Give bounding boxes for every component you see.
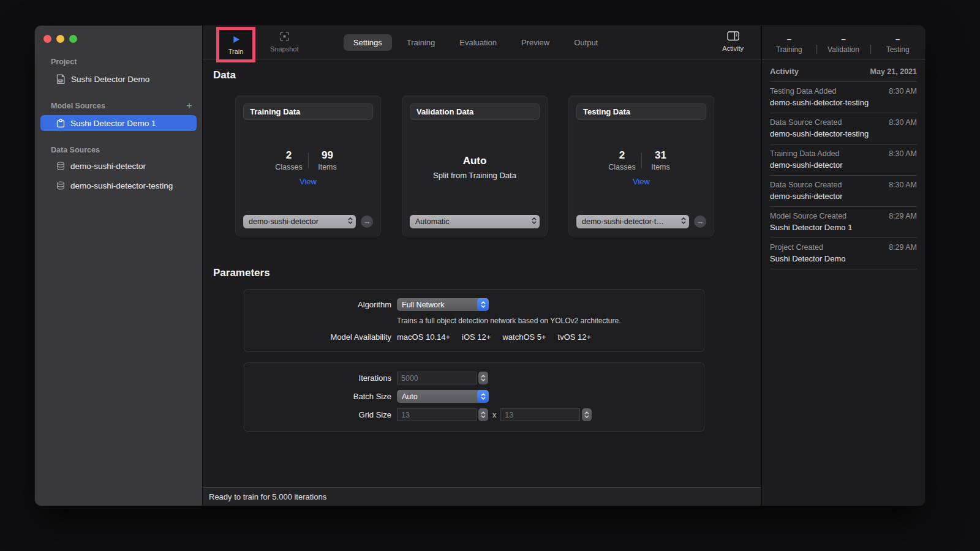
tab-training[interactable]: Training: [397, 34, 445, 51]
sidebar-item-data-source[interactable]: demo-sushi-detector-testing: [40, 178, 197, 193]
updown-chevrons-icon: [477, 298, 489, 311]
status-bar: Ready to train for 5.000 iterations: [203, 487, 761, 506]
testing-items-value: 31: [647, 149, 675, 162]
viewfinder-icon: [279, 31, 290, 43]
batch-size-label: Batch Size: [244, 392, 391, 401]
training-parameters-box: Iterations 5000 Batch Size Auto: [244, 362, 704, 432]
testing-view-link[interactable]: View: [633, 177, 650, 186]
validation-auto-caption: Split from Training Data: [433, 171, 516, 180]
validation-result-column: – Validation: [816, 26, 871, 59]
train-button[interactable]: Train: [228, 35, 244, 55]
training-view-link[interactable]: View: [300, 177, 317, 186]
panel-icon: [727, 31, 739, 43]
testing-result-value: –: [895, 34, 900, 43]
database-icon: [56, 162, 65, 170]
data-sources-label: Data Sources: [51, 146, 100, 154]
testing-result-label: Testing: [886, 45, 910, 54]
availability-platform: tvOS 12+: [558, 332, 592, 342]
tab-output[interactable]: Output: [564, 34, 608, 51]
algorithm-dropdown[interactable]: Full Network: [397, 298, 489, 311]
activity-button-label: Activity: [722, 45, 744, 52]
algorithm-description: Trains a full object detection network b…: [397, 317, 621, 325]
tab-preview[interactable]: Preview: [511, 34, 559, 51]
updown-chevrons-icon: [681, 217, 686, 227]
activity-panel: – Training – Validation – Testing Activi…: [761, 26, 925, 506]
sidebar-item-project[interactable]: ML Sushi Detector Demo: [40, 71, 197, 87]
add-model-source-button[interactable]: +: [186, 102, 192, 110]
grid-width-stepper[interactable]: [478, 408, 488, 421]
parameters-section-heading: Parameters: [213, 267, 745, 279]
activity-item[interactable]: Project Created 8:29 AM Sushi Detector D…: [770, 238, 917, 269]
results-summary-header: – Training – Validation – Testing: [762, 26, 925, 59]
grid-width-field[interactable]: 13: [397, 408, 477, 421]
algorithm-label: Algorithm: [244, 300, 391, 309]
grid-height-field[interactable]: 13: [500, 408, 580, 421]
snapshot-button-label: Snapshot: [270, 45, 298, 53]
model-sources-label: Model Sources: [51, 102, 105, 110]
testing-items-label: Items: [647, 163, 675, 171]
testing-data-card: Testing Data 2 Classes 31 Items: [568, 96, 714, 236]
createml-window: Project ML Sushi Detector Demo Model Sou…: [35, 26, 925, 506]
iterations-label: Iterations: [244, 373, 391, 383]
close-window-button[interactable]: [43, 35, 51, 43]
tab-evaluation[interactable]: Evaluation: [450, 34, 507, 51]
training-result-value: –: [787, 34, 791, 43]
open-training-source-button[interactable]: →: [361, 216, 373, 228]
testing-classes-label: Classes: [608, 163, 636, 171]
training-source-dropdown[interactable]: demo-sushi-detector: [243, 215, 356, 228]
testing-source-dropdown[interactable]: demo-sushi-detector-t…: [576, 215, 689, 228]
training-items-label: Items: [314, 163, 342, 171]
zoom-window-button[interactable]: [69, 35, 77, 43]
data-cards: Training Data 2 Classes 99 Items: [235, 96, 745, 236]
model-sources-section: Model Sources + Sushi Detector Demo 1: [35, 102, 202, 131]
testing-result-column: – Testing: [870, 26, 925, 59]
train-button-highlight-annotation: Train: [216, 27, 255, 62]
grid-size-label: Grid Size: [244, 410, 391, 419]
activity-item[interactable]: Training Data Added 8:30 AM demo-sushi-d…: [770, 144, 917, 176]
sidebar-item-data-source[interactable]: demo-sushi-detector: [40, 158, 197, 174]
activity-item[interactable]: Testing Data Added 8:30 AM demo-sushi-de…: [770, 82, 917, 113]
training-result-column: – Training: [762, 26, 816, 59]
data-section-heading: Data: [213, 69, 745, 81]
activity-list-title: Activity: [770, 67, 799, 76]
validation-auto-value: Auto: [463, 155, 487, 167]
validation-result-label: Validation: [827, 45, 859, 54]
activity-item[interactable]: Model Source Created 8:29 AM Sushi Detec…: [770, 207, 917, 238]
iterations-stepper[interactable]: [478, 372, 488, 384]
training-classes-label: Classes: [275, 163, 303, 171]
snapshot-button[interactable]: Snapshot: [270, 31, 298, 53]
grid-height-stepper[interactable]: [582, 408, 592, 421]
testing-classes-value: 2: [608, 149, 636, 162]
batch-size-dropdown[interactable]: Auto: [397, 390, 489, 403]
availability-platform: iOS 12+: [462, 332, 491, 342]
activity-item[interactable]: Data Source Created 8:30 AM demo-sushi-d…: [770, 176, 917, 207]
play-icon: [232, 35, 241, 46]
iterations-field[interactable]: 5000: [397, 372, 477, 384]
data-source-item-label: demo-sushi-detector: [70, 162, 146, 171]
validation-source-dropdown[interactable]: Automatic: [410, 215, 540, 228]
validation-result-value: –: [841, 34, 845, 43]
sidebar-item-model-source[interactable]: Sushi Detector Demo 1: [40, 115, 197, 131]
project-section: Project ML Sushi Detector Demo: [35, 58, 202, 87]
testing-data-card-title: Testing Data: [576, 103, 706, 120]
main-column: Train Snapshot Settings Training Evaluat…: [203, 26, 761, 506]
toolbar: Train Snapshot Settings Training Evaluat…: [203, 26, 761, 59]
updown-chevrons-icon: [477, 390, 489, 403]
tab-settings[interactable]: Settings: [344, 34, 392, 51]
training-data-card-title: Training Data: [243, 103, 373, 120]
activity-item[interactable]: Data Source Created 8:30 AM demo-sushi-d…: [770, 113, 917, 144]
model-availability-label: Model Availability: [244, 332, 391, 342]
validation-data-card-title: Validation Data: [410, 103, 540, 120]
algorithm-box: Algorithm Full Network Trains a full ob: [244, 289, 704, 352]
training-result-label: Training: [776, 45, 802, 54]
minimize-window-button[interactable]: [56, 35, 64, 43]
tab-bar: Settings Training Evaluation Preview Out…: [344, 34, 608, 51]
open-testing-source-button[interactable]: →: [694, 216, 706, 228]
activity-date: May 21, 2021: [870, 67, 917, 76]
availability-platform: watchOS 5+: [502, 332, 546, 342]
data-source-item-label: demo-sushi-detector-testing: [70, 181, 173, 190]
project-item-label: Sushi Detector Demo: [71, 75, 149, 84]
training-classes-value: 2: [275, 149, 303, 162]
activity-toggle-button[interactable]: Activity: [722, 31, 744, 52]
train-button-label: Train: [228, 48, 244, 55]
